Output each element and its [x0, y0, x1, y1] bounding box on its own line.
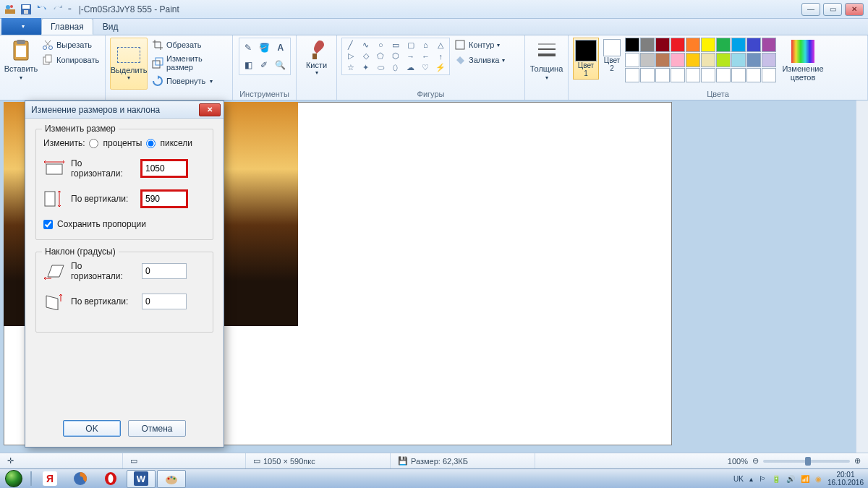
outline-button[interactable]: Контур▾ — [453, 38, 506, 52]
action-center-icon[interactable]: ◉ — [815, 475, 822, 483]
select-button[interactable]: Выделить ▾ — [110, 38, 148, 90]
color-swatch[interactable] — [746, 68, 761, 82]
crop-label: Обрезать — [166, 40, 202, 49]
tab-home[interactable]: Главная — [41, 18, 93, 35]
resize-h-input[interactable] — [142, 160, 187, 176]
color-swatch[interactable] — [762, 38, 776, 52]
group-tools-label: Инструменты — [237, 90, 292, 100]
qat-dropdown-icon[interactable]: = — [68, 6, 72, 12]
fill-button[interactable]: Заливка▾ — [453, 53, 506, 67]
color-swatch[interactable] — [746, 53, 761, 67]
skew-h-input[interactable] — [142, 263, 187, 279]
color-swatch[interactable] — [671, 68, 685, 82]
zoom-in-button[interactable]: ⊕ — [854, 456, 861, 466]
clock[interactable]: 20:01 16.10.2016 — [827, 471, 864, 487]
picker-tool[interactable]: ✐ — [257, 57, 272, 74]
color-swatch[interactable] — [716, 68, 731, 82]
taskbar-paint[interactable] — [157, 470, 186, 488]
color-swatch[interactable] — [655, 53, 670, 67]
crop-button[interactable]: Обрезать — [150, 38, 228, 52]
color-swatches[interactable] — [625, 38, 776, 82]
thickness-button[interactable]: Толщина ▾ — [530, 38, 563, 81]
color-swatch[interactable] — [625, 38, 639, 52]
rotate-button[interactable]: Повернуть ▾ — [150, 74, 228, 88]
vertical-resize-icon — [43, 190, 65, 207]
zoom-slider[interactable] — [763, 460, 850, 463]
color-swatch[interactable] — [731, 68, 746, 82]
paste-button[interactable]: Вставить ▾ — [4, 38, 38, 81]
color-swatch[interactable] — [686, 68, 700, 82]
taskbar-opera[interactable] — [96, 470, 125, 488]
radio-percent[interactable] — [89, 139, 98, 148]
color-swatch[interactable] — [701, 53, 715, 67]
magnifier-tool[interactable]: 🔍 — [273, 57, 288, 74]
minimize-button[interactable]: — — [801, 3, 820, 16]
color-swatch[interactable] — [671, 53, 685, 67]
zoom-out-button[interactable]: ⊖ — [752, 456, 759, 466]
radio-pixels-label: пиксели — [160, 138, 192, 148]
color-swatch[interactable] — [655, 38, 670, 52]
flag-icon[interactable]: 🏳 — [759, 475, 766, 483]
taskbar-firefox[interactable] — [66, 470, 95, 488]
color-swatch[interactable] — [731, 38, 746, 52]
fill-tool[interactable]: 🪣 — [257, 40, 272, 56]
color-swatch[interactable] — [716, 53, 731, 67]
battery-icon[interactable]: 🔋 — [772, 475, 780, 483]
volume-icon[interactable]: 🔊 — [786, 475, 795, 483]
color-swatch[interactable] — [716, 38, 731, 52]
color-swatch[interactable] — [625, 68, 639, 82]
color-swatch[interactable] — [625, 53, 639, 67]
copy-button[interactable]: Копировать — [41, 53, 101, 67]
dialog-titlebar[interactable]: Изменение размеров и наклона ✕ — [25, 101, 224, 119]
pencil-tool[interactable]: ✎ — [241, 40, 256, 56]
color-swatch[interactable] — [701, 68, 715, 82]
cancel-button[interactable]: Отмена — [128, 420, 186, 437]
maximize-button[interactable]: ▭ — [823, 3, 842, 16]
taskbar-word[interactable]: W — [127, 470, 156, 488]
vertical-scrollbar[interactable] — [856, 100, 868, 468]
keep-ratio-checkbox[interactable] — [43, 220, 53, 229]
taskbar-yandex[interactable]: Я — [35, 470, 64, 488]
text-tool[interactable]: A — [273, 40, 288, 56]
shapes-gallery[interactable]: ╱∿○▭▢⌂△ ▷◇⬠⬡→←↑ ☆✦⬭⬯☁♡⚡ — [341, 38, 450, 75]
resize-button[interactable]: Изменить размер — [150, 53, 228, 73]
cut-button[interactable]: Вырезать — [41, 38, 101, 52]
network-icon[interactable]: 📶 — [801, 475, 809, 483]
svg-rect-16 — [456, 40, 464, 49]
resize-v-input[interactable] — [142, 191, 187, 207]
tab-view[interactable]: Вид — [93, 18, 128, 35]
tray-up-icon[interactable]: ▴ — [749, 475, 753, 483]
color-swatch[interactable] — [731, 53, 746, 67]
eraser-tool[interactable]: ◧ — [241, 57, 256, 74]
language-indicator[interactable]: UK — [733, 475, 744, 483]
close-button[interactable]: ✕ — [845, 3, 864, 16]
brushes-button[interactable]: Кисти ▾ — [301, 38, 332, 76]
color1-button[interactable]: Цвет 1 — [573, 38, 599, 80]
skew-h-label: По горизонтали: — [71, 261, 136, 281]
color-swatch[interactable] — [762, 68, 776, 82]
dialog-close-button[interactable]: ✕ — [199, 103, 221, 116]
redo-icon[interactable] — [52, 4, 64, 15]
file-tab[interactable] — [1, 18, 41, 35]
color-swatch[interactable] — [655, 68, 670, 82]
start-button[interactable] — [0, 469, 27, 489]
color-swatch[interactable] — [686, 53, 700, 67]
color-swatch[interactable] — [686, 38, 700, 52]
color-swatch[interactable] — [671, 38, 685, 52]
color-swatch[interactable] — [762, 53, 776, 67]
color-swatch[interactable] — [701, 38, 715, 52]
ok-button[interactable]: OK — [63, 420, 121, 437]
save-icon[interactable] — [20, 4, 32, 15]
system-tray: UK ▴ 🏳 🔋 🔊 📶 ◉ 20:01 16.10.2016 — [733, 471, 868, 487]
color-swatch[interactable] — [640, 38, 655, 52]
color2-button[interactable]: Цвет 2 — [602, 38, 622, 74]
undo-icon[interactable] — [36, 4, 48, 15]
group-image-label — [110, 98, 228, 100]
color-swatch[interactable] — [746, 38, 761, 52]
color-swatch[interactable] — [640, 68, 655, 82]
skew-v-input[interactable] — [142, 294, 187, 309]
color-swatch[interactable] — [640, 53, 655, 67]
edit-colors-button[interactable]: Изменение цветов — [779, 38, 827, 82]
radio-pixels[interactable] — [146, 139, 156, 148]
cursor-position: ✛ — [0, 453, 123, 468]
